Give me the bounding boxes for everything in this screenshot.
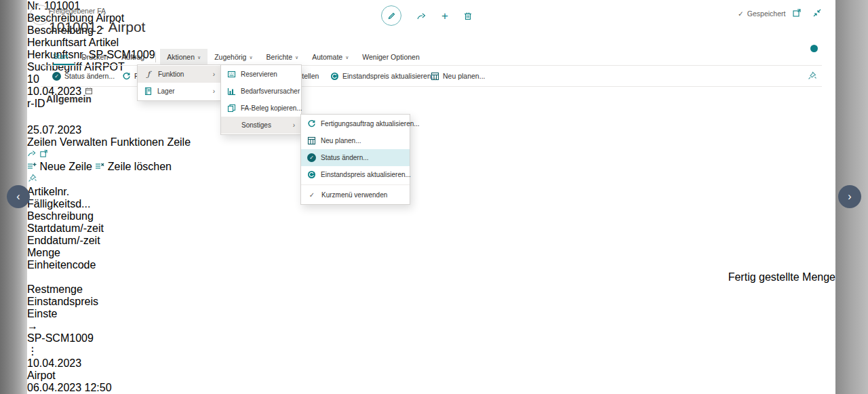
menu-item-lager[interactable]: Lager ›: [138, 83, 221, 100]
new-line-button[interactable]: Neue Zeile: [27, 161, 95, 172]
share-icon[interactable]: [416, 11, 427, 21]
warehouse-book-icon: [144, 87, 153, 96]
menu-automate[interactable]: Automate ∨: [305, 49, 355, 65]
menu-item-status-aendern[interactable]: ✓ Status ändern...: [301, 149, 410, 166]
delete-line-icon: [95, 162, 104, 170]
check-icon: ✓: [738, 9, 744, 18]
col-einste-cut[interactable]: Einste: [27, 308, 835, 320]
cell-faelligkeitsdatum[interactable]: 10.04.2023: [27, 357, 835, 370]
tab-zeile[interactable]: Zeile: [167, 136, 191, 148]
aktionen-menu: ƒ Funktion › Lager ›: [137, 64, 222, 101]
edit-mode-button[interactable]: [381, 5, 401, 26]
col-einheitencode[interactable]: Einheitencode: [27, 259, 835, 271]
chevron-down-icon: ∨: [295, 54, 298, 60]
menu-item-einstandspreis-aktualisieren[interactable]: Einstandspreis aktualisieren...: [301, 166, 410, 183]
general-section-heading[interactable]: Allgemein: [46, 94, 92, 104]
unpin-icon[interactable]: [27, 173, 835, 186]
col-beschreibung[interactable]: Beschreibung: [27, 210, 835, 222]
next-record-button[interactable]: ›: [838, 185, 861, 208]
menu-aktionen[interactable]: Aktionen ∨: [160, 49, 208, 65]
chart-icon: [227, 87, 236, 96]
save-status: ✓ Gespeichert: [738, 9, 785, 18]
app-window: ← Freigegebener FA 101001 · Airpot +: [0, 0, 868, 394]
open-in-window-icon[interactable]: [792, 8, 802, 18]
menu-item-reservieren[interactable]: Reservieren: [221, 66, 301, 83]
refresh-icon: [122, 72, 131, 81]
active-row-arrow-icon: →: [27, 320, 835, 332]
cost-refresh-icon: [330, 72, 339, 81]
cost-refresh-icon: [307, 170, 316, 179]
chevron-down-icon: ∨: [249, 54, 252, 60]
copy-document-icon: [227, 104, 236, 113]
previous-record-button[interactable]: ‹: [7, 185, 30, 208]
status-gauge-icon: ✓: [52, 72, 61, 81]
letzte-aenderung-field: 25.07.2023: [27, 124, 81, 136]
col-fertig-gestellte-menge[interactable]: Fertig gestellte Menge: [27, 271, 835, 283]
planning-grid-icon: [307, 136, 316, 145]
menu-item-sonstiges[interactable]: Sonstiges ›: [221, 117, 301, 134]
planning-grid-icon: [431, 72, 439, 81]
chevron-right-icon: ›: [213, 87, 215, 95]
sonstiges-submenu: Fertigungsauftrag aktualisieren... Neu p…: [300, 114, 410, 205]
record-card: ← Freigegebener FA 101001 · Airpot +: [27, 0, 835, 394]
back-icon: ←: [35, 9, 45, 20]
refresh-icon: [307, 119, 316, 128]
action-status-aendern[interactable]: ✓ Status ändern...: [52, 66, 115, 86]
delete-icon[interactable]: [463, 11, 473, 21]
lines-table: Artikelnr. Fälligkeitsd... Beschreibung …: [27, 186, 835, 394]
menu-item-neu-planen[interactable]: Neu planen...: [301, 132, 410, 149]
menu-separator: [301, 184, 410, 185]
cell-beschreibung[interactable]: Airpot: [27, 370, 835, 382]
save-status-label: Gespeichert: [747, 9, 786, 18]
col-faelligkeitsdatum[interactable]: Fälligkeitsd...: [27, 198, 835, 210]
tab-funktionen[interactable]: Funktionen: [111, 136, 164, 148]
row-menu-icon[interactable]: ⋮: [27, 344, 835, 357]
chevron-right-icon: ›: [848, 191, 851, 203]
menu-zugehoerig[interactable]: Zugehörig ∨: [208, 49, 259, 65]
new-line-icon: [27, 162, 37, 170]
menu-drucken[interactable]: Drucken: [75, 49, 115, 65]
col-enddatum[interactable]: Enddatum/-zeit: [27, 235, 835, 247]
cell-startdatum[interactable]: 06.04.2023 12:50: [27, 382, 835, 394]
field-label-id-fragment: r-ID: [27, 98, 45, 109]
share-icon[interactable]: [27, 149, 37, 158]
col-restmenge[interactable]: Restmenge: [27, 283, 835, 296]
unpin-icon[interactable]: [807, 71, 817, 83]
menu-item-kurzmenu-verwenden[interactable]: ✓ Kurzmenü verwenden: [301, 186, 410, 203]
menu-item-fa-beleg-kopieren[interactable]: FA-Beleg kopieren...: [221, 100, 301, 117]
menu-start[interactable]: Start: [53, 49, 75, 65]
table-header-row: Artikelnr. Fälligkeitsd... Beschreibung …: [27, 186, 835, 320]
herkunftsart-field[interactable]: Artikel: [89, 37, 119, 48]
lines-section-heading[interactable]: Zeilen: [27, 136, 57, 148]
status-gauge-icon: ✓: [307, 153, 316, 162]
page-caption: Freigegebener FA: [49, 7, 106, 15]
collapse-icon[interactable]: [812, 8, 822, 18]
page-title: 101001 · Airpot: [49, 19, 145, 35]
open-in-window-icon[interactable]: [39, 149, 48, 158]
menu-item-funktion[interactable]: ƒ Funktion ›: [138, 66, 221, 83]
action-neu-planen[interactable]: Neu planen...: [431, 66, 485, 86]
details-indicator-icon[interactable]: [810, 45, 818, 52]
tab-verwalten[interactable]: Verwalten: [60, 136, 107, 148]
delete-line-button[interactable]: Zeile löschen: [95, 161, 172, 172]
cell-artikelnr[interactable]: SP-SCM1009: [27, 332, 835, 344]
col-menge[interactable]: Menge: [27, 247, 835, 259]
field-label-herkunftsart: Herkunftsart: [27, 37, 86, 48]
menu-berichte[interactable]: Berichte ∨: [260, 49, 306, 65]
col-einstandspreis[interactable]: Einstandspreis: [27, 296, 835, 308]
table-row[interactable]: → SP-SCM1009 ⋮ 10.04.2023 Airpot 06.04.2…: [27, 320, 835, 394]
menu-item-bedarfsverursacher[interactable]: Bedarfsverursacher: [221, 83, 301, 100]
back-button[interactable]: ←: [30, 5, 50, 25]
col-startdatum[interactable]: Startdatum/-zeit: [27, 222, 835, 235]
pencil-icon: [387, 12, 396, 20]
new-record-icon[interactable]: +: [441, 10, 448, 22]
action-einstandspreis-aktualisieren[interactable]: Einstandspreis aktualisieren...: [330, 66, 437, 86]
chevron-down-icon: ∨: [345, 54, 349, 60]
menu-auftrag[interactable]: Auftrag: [115, 49, 151, 65]
menu-weniger-optionen[interactable]: Weniger Optionen: [355, 49, 426, 65]
menu-divider: [155, 52, 156, 62]
menu-item-fertigungsauftrag-aktualisieren[interactable]: Fertigungsauftrag aktualisieren...: [301, 115, 410, 132]
reserve-card-icon: [227, 71, 236, 78]
funktion-submenu: Reservieren Bedarfsverursacher: [220, 64, 302, 135]
col-artikelnr[interactable]: Artikelnr.: [27, 186, 835, 198]
